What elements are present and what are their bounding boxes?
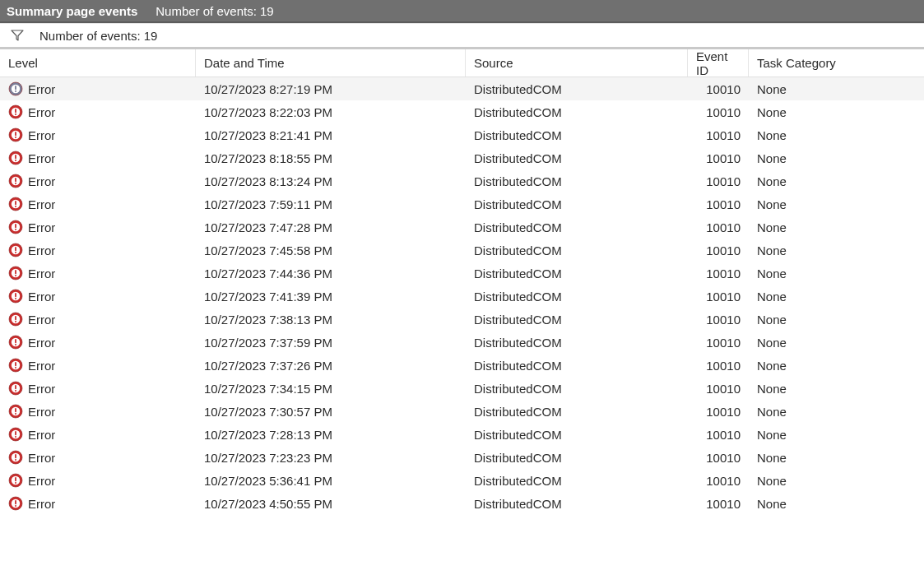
error-icon (8, 104, 23, 119)
column-header-eventid[interactable]: Event ID (688, 49, 749, 76)
table-row[interactable]: Error10/27/2023 7:38:13 PMDistributedCOM… (0, 308, 924, 331)
cell-date: 10/27/2023 7:34:15 PM (196, 377, 466, 400)
cell-eventid: 10010 (688, 100, 749, 123)
table-row[interactable]: Error10/27/2023 7:47:28 PMDistributedCOM… (0, 216, 924, 239)
cell-source: DistributedCOM (466, 239, 688, 262)
table-row[interactable]: Error10/27/2023 8:13:24 PMDistributedCOM… (0, 169, 924, 192)
svg-rect-58 (15, 408, 16, 412)
level-label: Error (28, 128, 55, 142)
event-rows: Error10/27/2023 8:27:19 PMDistributedCOM… (0, 77, 924, 515)
cell-level: Error (0, 354, 196, 377)
table-row[interactable]: Error10/27/2023 4:50:55 PMDistributedCOM… (0, 492, 924, 515)
level-label: Error (28, 497, 55, 511)
cell-source: DistributedCOM (466, 423, 688, 446)
table-row[interactable]: Error10/27/2023 7:37:59 PMDistributedCOM… (0, 331, 924, 354)
svg-point-19 (15, 183, 16, 184)
column-header-row: Level Date and Time Source Event ID Task… (0, 49, 924, 77)
table-row[interactable]: Error10/27/2023 8:21:41 PMDistributedCOM… (0, 123, 924, 146)
cell-eventid: 10010 (688, 216, 749, 239)
cell-eventid: 10010 (688, 354, 749, 377)
error-icon (8, 312, 23, 327)
error-icon (8, 496, 23, 511)
column-header-source[interactable]: Source (466, 49, 688, 76)
title-count: Number of events: 19 (156, 4, 273, 18)
svg-point-3 (15, 90, 16, 92)
svg-point-71 (15, 482, 16, 484)
cell-date: 10/27/2023 7:41:39 PM (196, 285, 466, 308)
cell-level: Error (0, 308, 196, 331)
cell-source: DistributedCOM (466, 100, 688, 123)
table-row[interactable]: Error10/27/2023 5:36:41 PMDistributedCOM… (0, 469, 924, 492)
cell-level: Error (0, 285, 196, 308)
cell-date: 10/27/2023 7:59:11 PM (196, 192, 466, 216)
cell-level: Error (0, 446, 196, 469)
level-label: Error (28, 382, 55, 396)
svg-rect-30 (15, 247, 16, 251)
svg-point-67 (15, 459, 16, 461)
level-label: Error (28, 151, 55, 165)
cell-source: DistributedCOM (466, 308, 688, 331)
table-row[interactable]: Error10/27/2023 7:28:13 PMDistributedCOM… (0, 423, 924, 446)
column-header-level[interactable]: Level (0, 49, 196, 76)
cell-date: 10/27/2023 8:27:19 PM (196, 77, 466, 100)
error-icon (8, 473, 23, 488)
cell-task: None (749, 285, 901, 308)
svg-point-15 (15, 160, 16, 161)
cell-date: 10/27/2023 7:38:13 PM (196, 308, 466, 331)
column-header-task[interactable]: Task Category (749, 49, 901, 76)
level-label: Error (28, 336, 55, 350)
cell-eventid: 10010 (688, 169, 749, 192)
table-row[interactable]: Error10/27/2023 7:30:57 PMDistributedCOM… (0, 400, 924, 423)
error-icon (8, 335, 23, 350)
table-row[interactable]: Error10/27/2023 8:22:03 PMDistributedCOM… (0, 100, 924, 123)
cell-source: DistributedCOM (466, 216, 688, 239)
level-label: Error (28, 267, 55, 280)
level-label: Error (28, 290, 55, 304)
cell-eventid: 10010 (688, 123, 749, 146)
cell-date: 10/27/2023 8:22:03 PM (196, 100, 466, 123)
error-icon (8, 450, 23, 465)
svg-point-7 (15, 114, 16, 115)
cell-level: Error (0, 262, 196, 285)
cell-date: 10/27/2023 4:50:55 PM (196, 492, 466, 515)
cell-source: DistributedCOM (466, 331, 688, 354)
cell-source: DistributedCOM (466, 492, 688, 515)
table-row[interactable]: Error10/27/2023 7:34:15 PMDistributedCOM… (0, 377, 924, 400)
title-text: Summary page events (7, 4, 137, 18)
filter-icon[interactable] (10, 28, 25, 43)
cell-level: Error (0, 192, 196, 216)
svg-point-43 (15, 321, 16, 322)
cell-eventid: 10010 (688, 262, 749, 285)
table-row[interactable]: Error10/27/2023 8:27:19 PMDistributedCOM… (0, 77, 924, 100)
table-row[interactable]: Error10/27/2023 7:59:11 PMDistributedCOM… (0, 192, 924, 216)
cell-level: Error (0, 146, 196, 169)
cell-task: None (749, 123, 901, 146)
level-label: Error (28, 313, 55, 327)
cell-date: 10/27/2023 8:21:41 PM (196, 123, 466, 146)
cell-task: None (749, 423, 901, 446)
cell-eventid: 10010 (688, 423, 749, 446)
cell-task: None (749, 354, 901, 377)
table-row[interactable]: Error10/27/2023 7:23:23 PMDistributedCOM… (0, 446, 924, 469)
cell-date: 10/27/2023 7:37:59 PM (196, 331, 466, 354)
cell-task: None (749, 239, 901, 262)
cell-level: Error (0, 216, 196, 239)
cell-date: 10/27/2023 7:28:13 PM (196, 423, 466, 446)
svg-point-47 (15, 344, 16, 345)
cell-task: None (749, 469, 901, 492)
cell-date: 10/27/2023 5:36:41 PM (196, 469, 466, 492)
cell-task: None (749, 100, 901, 123)
table-row[interactable]: Error10/27/2023 7:44:36 PMDistributedCOM… (0, 262, 924, 285)
table-row[interactable]: Error10/27/2023 7:41:39 PMDistributedCOM… (0, 285, 924, 308)
table-row[interactable]: Error10/27/2023 7:45:58 PMDistributedCOM… (0, 239, 924, 262)
svg-point-11 (15, 137, 16, 138)
table-row[interactable]: Error10/27/2023 8:18:55 PMDistributedCOM… (0, 146, 924, 169)
cell-source: DistributedCOM (466, 354, 688, 377)
cell-level: Error (0, 377, 196, 400)
level-label: Error (28, 428, 55, 442)
cell-date: 10/27/2023 7:30:57 PM (196, 400, 466, 423)
column-header-date[interactable]: Date and Time (196, 49, 466, 76)
svg-point-39 (15, 298, 16, 299)
cell-level: Error (0, 331, 196, 354)
table-row[interactable]: Error10/27/2023 7:37:26 PMDistributedCOM… (0, 354, 924, 377)
